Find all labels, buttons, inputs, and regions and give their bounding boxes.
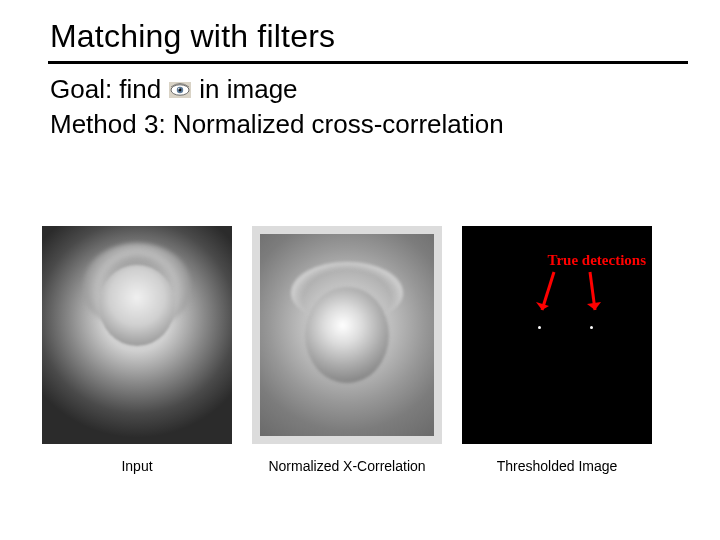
goal-line: Goal: find in image bbox=[50, 74, 690, 105]
panel-input: Input bbox=[42, 226, 232, 474]
input-image bbox=[42, 226, 232, 444]
arrow-icon bbox=[536, 270, 560, 320]
input-caption: Input bbox=[121, 458, 152, 474]
title-rule bbox=[48, 61, 688, 64]
svg-line-5 bbox=[542, 272, 554, 310]
true-detections-label: True detections bbox=[548, 252, 646, 269]
svg-marker-6 bbox=[536, 302, 549, 310]
detection-dot bbox=[590, 326, 593, 329]
panel-xcorr: Normalized X-Correlation bbox=[252, 226, 442, 474]
detection-dot bbox=[538, 326, 541, 329]
goal-text-before: Goal: find bbox=[50, 74, 161, 105]
svg-marker-8 bbox=[587, 302, 601, 310]
thresh-image: True detections bbox=[462, 226, 652, 444]
eye-icon bbox=[169, 82, 191, 98]
slide: Matching with filters Goal: find in imag… bbox=[0, 0, 720, 540]
arrow-icon bbox=[582, 270, 604, 320]
thresh-caption: Thresholded Image bbox=[497, 458, 618, 474]
xcorr-image bbox=[252, 226, 442, 444]
panels-row: Input Normalized X-Correlation True dete… bbox=[42, 226, 652, 474]
svg-point-4 bbox=[178, 88, 179, 89]
xcorr-caption: Normalized X-Correlation bbox=[268, 458, 425, 474]
goal-text-after: in image bbox=[199, 74, 297, 105]
panel-thresh: True detections Thresholded Image bbox=[462, 226, 652, 474]
slide-title: Matching with filters bbox=[50, 18, 690, 55]
method-line: Method 3: Normalized cross-correlation bbox=[50, 109, 690, 140]
